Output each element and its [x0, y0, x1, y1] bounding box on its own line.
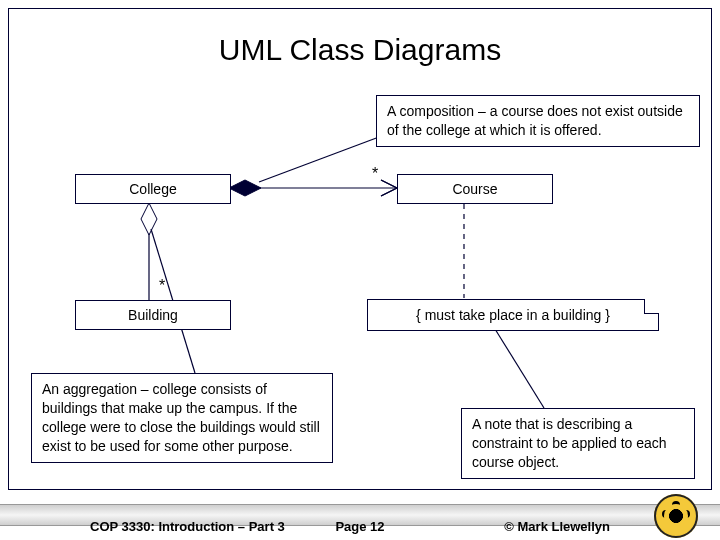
multiplicity-building: *: [159, 277, 165, 295]
svg-marker-1: [229, 180, 261, 196]
footer: Page 12 COP 3330: Introduction – Part 3 …: [0, 490, 720, 540]
note-fold-icon: [644, 299, 659, 314]
class-building: Building: [75, 300, 231, 330]
ucf-logo-icon: [654, 494, 698, 538]
note-composition: A composition – a course does not exist …: [376, 95, 700, 147]
svg-line-7: [259, 137, 379, 182]
svg-line-3: [381, 188, 397, 196]
note-constraint-desc: A note that is describing a constraint t…: [461, 408, 695, 479]
svg-line-9: [495, 329, 544, 408]
note-constraint-text: { must take place in a building }: [416, 307, 610, 323]
multiplicity-course: *: [372, 165, 378, 183]
note-constraint: { must take place in a building }: [367, 299, 659, 331]
footer-course: COP 3330: Introduction – Part 3: [90, 519, 285, 534]
class-course: Course: [397, 174, 553, 204]
class-college: College: [75, 174, 231, 204]
svg-marker-5: [141, 203, 157, 235]
svg-line-2: [381, 180, 397, 188]
footer-author: © Mark Llewellyn: [504, 519, 610, 534]
note-aggregation: An aggregation – college consists of bui…: [31, 373, 333, 463]
